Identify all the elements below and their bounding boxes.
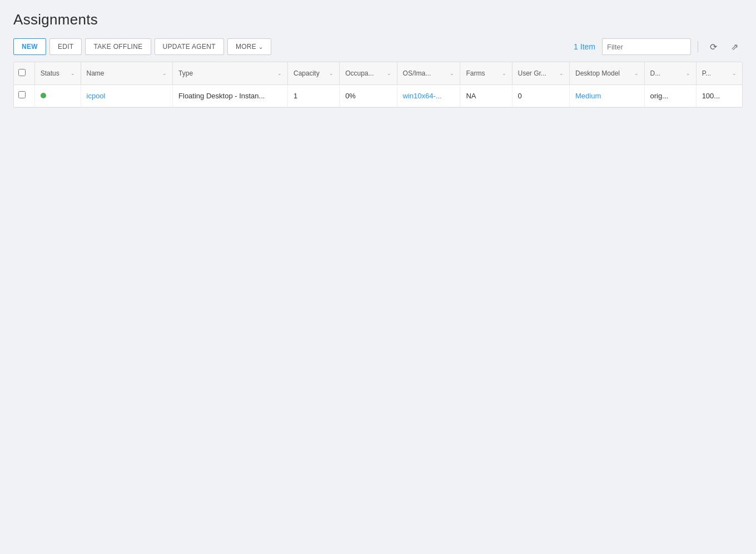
header-status-label: Status xyxy=(41,69,59,77)
header-farms[interactable]: Farms ⌄ xyxy=(460,62,512,84)
occupa-sort-icon: ⌄ xyxy=(387,71,391,76)
header-d-label: D... xyxy=(650,69,661,77)
desktopmodel-sort-icon: ⌄ xyxy=(634,71,639,76)
row-farms-cell: NA xyxy=(460,84,512,107)
header-usergr[interactable]: User Gr... ⌄ xyxy=(512,62,569,84)
farms-sort-icon: ⌄ xyxy=(502,71,506,76)
row-checkbox-cell[interactable] xyxy=(14,84,34,107)
table-header-row: Status ⌄ Name ⌄ Type xyxy=(14,62,742,84)
page-container: Assignments NEW EDIT TAKE OFFLINE UPDATE… xyxy=(0,0,756,554)
usergr-sort-icon: ⌄ xyxy=(559,71,564,76)
header-osima[interactable]: OS/Ima... ⌄ xyxy=(397,62,460,84)
row-name-cell[interactable]: icpool xyxy=(81,84,173,107)
header-desktopmodel-label: Desktop Model xyxy=(575,69,620,77)
header-osima-label: OS/Ima... xyxy=(403,69,431,77)
more-label: MORE xyxy=(236,43,256,51)
header-farms-label: Farms xyxy=(466,69,485,77)
export-button[interactable]: ⇗ xyxy=(726,38,743,55)
row-desktopmodel-cell: Medium xyxy=(570,84,645,107)
refresh-icon: ⟳ xyxy=(710,42,717,52)
edit-button[interactable]: EDIT xyxy=(49,38,82,55)
header-p[interactable]: P... ⌄ xyxy=(696,62,742,84)
row-d-cell: orig... xyxy=(644,84,696,107)
header-p-label: P... xyxy=(702,69,711,77)
toolbar-left: NEW EDIT TAKE OFFLINE UPDATE AGENT MORE … xyxy=(13,38,574,55)
row-usergr-cell: 0 xyxy=(512,84,569,107)
osima-sort-icon: ⌄ xyxy=(450,71,454,76)
row-osima-cell: win10x64-... xyxy=(397,84,460,107)
header-name-label: Name xyxy=(87,69,105,77)
take-offline-button[interactable]: TAKE OFFLINE xyxy=(85,38,151,55)
header-type[interactable]: Type ⌄ xyxy=(173,62,288,84)
row-p-cell: 100... xyxy=(696,84,742,107)
divider xyxy=(698,41,698,52)
row-checkbox[interactable] xyxy=(18,91,26,98)
export-icon: ⇗ xyxy=(731,42,738,52)
status-indicator xyxy=(41,93,46,98)
toolbar: NEW EDIT TAKE OFFLINE UPDATE AGENT MORE … xyxy=(13,38,743,55)
type-sort-icon: ⌄ xyxy=(277,71,282,76)
update-agent-button[interactable]: UPDATE AGENT xyxy=(155,38,224,55)
toolbar-right: 1 Item ⟳ ⇗ xyxy=(574,38,743,55)
d-sort-icon: ⌄ xyxy=(686,71,690,76)
new-button[interactable]: NEW xyxy=(13,38,46,55)
row-capacity-cell: 1 xyxy=(288,84,340,107)
capacity-sort-icon: ⌄ xyxy=(329,71,334,76)
chevron-down-icon: ⌄ xyxy=(258,44,263,50)
table-row[interactable]: icpoolFloating Desktop - Instan...10%win… xyxy=(14,84,742,107)
header-usergr-label: User Gr... xyxy=(518,69,546,77)
header-checkbox-cell[interactable] xyxy=(14,62,34,84)
status-sort-icon: ⌄ xyxy=(71,71,75,76)
header-status[interactable]: Status ⌄ xyxy=(34,62,81,84)
assignments-table: Status ⌄ Name ⌄ Type xyxy=(14,62,742,107)
refresh-button[interactable]: ⟳ xyxy=(705,38,722,55)
header-capacity-label: Capacity xyxy=(294,69,320,77)
header-d[interactable]: D... ⌄ xyxy=(644,62,696,84)
select-all-checkbox[interactable] xyxy=(18,69,26,76)
row-type-cell: Floating Desktop - Instan... xyxy=(173,84,288,107)
table-body: icpoolFloating Desktop - Instan...10%win… xyxy=(14,84,742,107)
row-occupa-cell: 0% xyxy=(340,84,397,107)
header-occupa-label: Occupa... xyxy=(345,69,374,77)
header-name[interactable]: Name ⌄ xyxy=(81,62,173,84)
name-sort-icon: ⌄ xyxy=(162,71,167,76)
header-desktopmodel[interactable]: Desktop Model ⌄ xyxy=(570,62,645,84)
page-title: Assignments xyxy=(13,11,743,28)
row-status-cell xyxy=(34,84,81,107)
main-content: Status ⌄ Name ⌄ Type xyxy=(13,62,743,108)
more-button[interactable]: MORE ⌄ xyxy=(227,38,272,55)
header-capacity[interactable]: Capacity ⌄ xyxy=(288,62,340,84)
header-occupa[interactable]: Occupa... ⌄ xyxy=(340,62,397,84)
header-type-label: Type xyxy=(178,69,193,77)
item-count: 1 Item xyxy=(574,42,595,51)
row-name-link[interactable]: icpool xyxy=(87,92,106,100)
p-sort-icon: ⌄ xyxy=(732,71,737,76)
filter-input[interactable] xyxy=(602,38,691,55)
table-wrapper[interactable]: Status ⌄ Name ⌄ Type xyxy=(14,62,742,107)
